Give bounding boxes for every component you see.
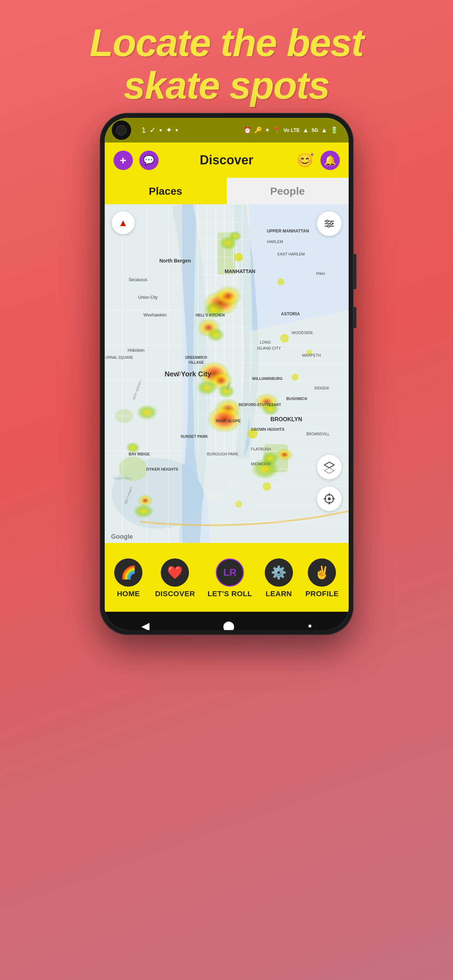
svg-text:MIDWOOD: MIDWOOD (251, 462, 271, 466)
svg-text:North Bergen: North Bergen (159, 258, 191, 264)
svg-point-123 (328, 497, 331, 500)
letsroll-nav-label: LET'S ROLL (207, 589, 252, 598)
svg-text:GREENWICH: GREENWICH (185, 356, 207, 360)
svg-text:Hoboken: Hoboken (128, 348, 144, 353)
discover-nav-label: DISCOVER (155, 589, 195, 598)
location-icon (323, 493, 335, 505)
status-right-icons: ⏰ 🔑 ✶ 📍 Vo LTE ▲ 5G ▲ 🔋 (244, 126, 338, 134)
svg-point-66 (234, 253, 243, 261)
svg-text:BAY RIDGE: BAY RIDGE (129, 452, 150, 456)
bottom-navigation: 🌈 HOME ❤️ DISCOVER LR LET'S ROLL (105, 543, 348, 612)
status-bar: 1 ✓ ▪ ✦ • ⏰ 🔑 ✶ 📍 Vo LTE ▲ 5G ▲ 🔋 (105, 118, 348, 143)
status-icon-5g: 5G (312, 127, 318, 133)
learn-icon-circle: ⚙️ (265, 558, 293, 587)
compass-icon: ▲ (118, 217, 128, 229)
nav-item-learn[interactable]: ⚙️ LEARN (265, 558, 293, 598)
svg-point-117 (326, 220, 328, 222)
top-bar-right-actions: 😊 + 🔔 (296, 151, 340, 170)
svg-text:BROOKLYN: BROOKLYN (270, 416, 302, 422)
system-navigation-bar: ◀ ⬤ ▪ (105, 612, 348, 630)
home-nav-label: HOME (117, 589, 140, 598)
home-icon-circle: 🌈 (114, 558, 143, 587)
plus-icon: + (120, 154, 127, 167)
tab-places-label: Places (149, 185, 182, 197)
letsroll-icon-circle: LR (216, 558, 244, 587)
layer-button[interactable] (317, 455, 342, 479)
svg-text:LONG: LONG (260, 340, 271, 344)
hero-text: Locate the best skate spots (0, 21, 453, 107)
phone-body: 1 ✓ ▪ ✦ • ⏰ 🔑 ✶ 📍 Vo LTE ▲ 5G ▲ 🔋 (100, 113, 353, 635)
compass-button[interactable]: ▲ (112, 211, 135, 234)
svg-point-73 (235, 501, 242, 508)
top-app-bar: + 💬 Discover 😊 + 🔔 (105, 143, 348, 178)
svg-text:MANHATTAN: MANHATTAN (225, 269, 255, 274)
tab-people-label: People (270, 185, 304, 197)
svg-text:New York City: New York City (165, 370, 212, 378)
learn-nav-label: LEARN (266, 589, 292, 598)
svg-text:SUNSET PARK: SUNSET PARK (181, 434, 208, 439)
status-icon-key: 🔑 (254, 126, 262, 134)
notifications-button[interactable]: 🔔 (320, 151, 340, 170)
tabs-bar: Places People (105, 178, 348, 204)
filter-icon (324, 218, 335, 229)
phone-screen: 1 ✓ ▪ ✦ • ⏰ 🔑 ✶ 📍 Vo LTE ▲ 5G ▲ 🔋 (105, 118, 348, 630)
svg-text:WOODSIDE: WOODSIDE (291, 331, 313, 335)
back-button[interactable]: ◀ (141, 620, 149, 630)
filter-button[interactable] (317, 211, 342, 236)
nav-item-discover[interactable]: ❤️ DISCOVER (155, 558, 195, 598)
svg-text:ASTORIA: ASTORIA (281, 312, 300, 317)
status-icon-check: ✓ (149, 126, 156, 135)
add-button[interactable]: + (114, 151, 133, 170)
svg-text:HARLEM: HARLEM (267, 240, 283, 244)
status-icon-dot: • (176, 126, 178, 135)
svg-text:Upper Bay: Upper Bay (114, 476, 132, 480)
top-bar-left-actions: + 💬 (114, 151, 158, 170)
tab-people[interactable]: People (226, 178, 348, 204)
discover-icon: ❤️ (167, 565, 183, 580)
map-view[interactable]: UPPER MANHATTAN HARLEM EAST HARLEM North… (105, 204, 348, 543)
svg-text:Google: Google (111, 533, 133, 540)
tab-places[interactable]: Places (105, 178, 226, 204)
phone-mockup: 1 ✓ ▪ ✦ • ⏰ 🔑 ✶ 📍 Vo LTE ▲ 5G ▲ 🔋 (100, 113, 353, 635)
status-icon-nav: ✦ (166, 126, 172, 135)
status-icon-box: ▪ (159, 126, 162, 135)
svg-text:URNAL SQUARE: URNAL SQUARE (105, 356, 133, 360)
svg-text:BROWNSVILL: BROWNSVILL (306, 432, 329, 436)
profile-icon-circle: ✌️ (308, 558, 336, 587)
chat-icon: 💬 (143, 155, 154, 166)
status-icon-bluetooth: ✶ (265, 126, 270, 134)
recents-button[interactable]: ▪ (308, 620, 312, 630)
home-icon: 🌈 (120, 565, 136, 580)
nav-item-letsroll[interactable]: LR LET'S ROLL (207, 558, 252, 598)
profile-nav-label: PROFILE (305, 589, 339, 598)
svg-text:HELL'S KITCHEN: HELL'S KITCHEN (196, 313, 225, 317)
svg-text:UPPER MANHATTAN: UPPER MANHATTAN (267, 229, 309, 234)
status-left-icons: 1 ✓ ▪ ✦ • (142, 126, 178, 135)
svg-point-72 (263, 482, 271, 491)
bell-icon: 🔔 (324, 154, 336, 166)
svg-text:CROWN HEIGHTS: CROWN HEIGHTS (251, 427, 285, 431)
profile-icon: ✌️ (314, 565, 330, 580)
home-button[interactable]: ⬤ (223, 620, 235, 630)
add-friend-button[interactable]: 😊 + (296, 151, 314, 169)
nav-item-profile[interactable]: ✌️ PROFILE (305, 558, 339, 598)
svg-point-68 (280, 334, 289, 342)
layer-icon (323, 461, 336, 473)
status-icon-lte: Vo LTE (284, 127, 299, 133)
svg-text:VILLAGE: VILLAGE (188, 361, 204, 364)
status-icon-signal-bars: ▲ (321, 127, 328, 134)
svg-point-70 (291, 374, 299, 381)
location-button[interactable] (317, 487, 342, 511)
svg-text:Weehawken: Weehawken (144, 313, 167, 318)
page-title: Discover (200, 153, 253, 167)
svg-point-53 (196, 380, 217, 395)
nav-item-home[interactable]: 🌈 HOME (114, 558, 143, 598)
status-icon-battery: 🔋 (330, 126, 338, 134)
letsroll-icon: LR (223, 567, 236, 578)
svg-point-45 (229, 231, 241, 241)
svg-text:RIDGEW: RIDGEW (314, 386, 329, 390)
svg-text:FLATBUSH: FLATBUSH (251, 447, 271, 451)
chat-button[interactable]: 💬 (139, 151, 158, 170)
plus-overlay-icon: + (310, 151, 314, 158)
svg-text:BOROUGH PARK: BOROUGH PARK (207, 452, 239, 456)
